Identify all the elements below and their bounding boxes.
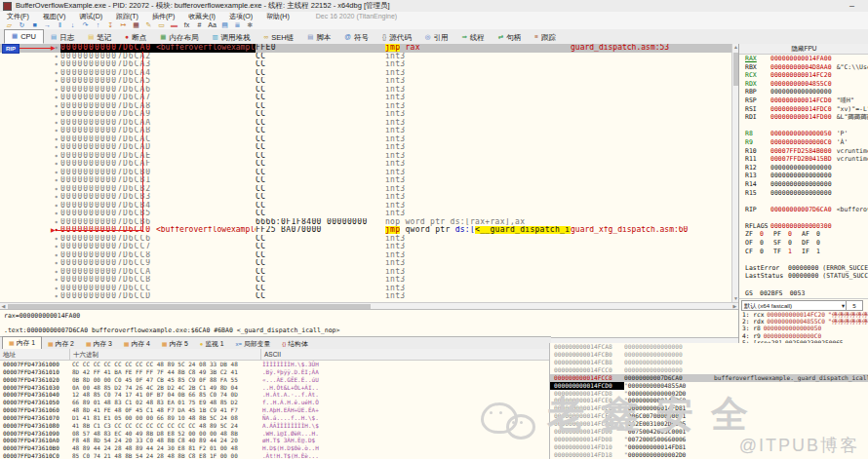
disasm-row[interactable]: ●00000000007D6CA8CCint3 [0, 102, 731, 111]
disasm-row[interactable]: ●00000000007D6CB4CCint3 [0, 202, 731, 210]
dump-row[interactable]: 00007FFD47361070D1 41 81 E1 05 00 00 00 … [0, 414, 549, 422]
dump-row[interactable]: 00007FFD47361000CC CC CC CC CC CC CC CC … [0, 361, 549, 368]
register-row[interactable]: RFLAGS0000000000000300 [739, 222, 868, 231]
disasm-row[interactable]: ●00000000007D6CC9CCint3 [0, 259, 731, 268]
tab-threads[interactable]: ⇒线程 [454, 31, 491, 44]
breakpoint-gutter[interactable]: ● [0, 251, 60, 260]
register-row[interactable]: RIP00000000007D6CA0<bufferoverf [739, 206, 868, 214]
breakpoint-gutter[interactable]: ● [0, 210, 60, 218]
stack-row[interactable]: 000000000014FCF0"006C007000000001 [550, 412, 868, 420]
dump-row[interactable]: 00007FFD4736108041 8B C1 C3 CC CC CC CC … [0, 422, 549, 430]
disasm-row[interactable]: ●00000000007D6CC8CCint3 [0, 251, 731, 260]
register-row[interactable]: R1100007FFD2B0415BDvcruntime140 [739, 155, 868, 164]
dump-row[interactable]: 00007FFD473610B048 89 44 24 28 48 89 44 … [0, 444, 549, 452]
stack-view-icon[interactable]: ≣ [231, 20, 244, 29]
register-row[interactable]: R140000000000000000 [739, 180, 868, 189]
execute-till-return-icon[interactable]: ↑ [92, 20, 104, 29]
open-file-icon[interactable]: ▱ [3, 20, 16, 29]
breakpoint-gutter[interactable]: ● [0, 127, 60, 135]
breakpoint-gutter[interactable]: ● [0, 160, 60, 169]
register-row[interactable]: CF0TF1IF1 [739, 248, 868, 256]
breakpoint-gutter[interactable]: ● [0, 176, 60, 185]
menu-item[interactable]: 选项(O) [222, 12, 259, 21]
breakpoint-gutter[interactable]: ● [0, 77, 60, 86]
breakpoint-gutter[interactable]: ● [0, 169, 60, 177]
argument-row[interactable]: 4: r900000000000000C0 [739, 332, 868, 339]
dump-row[interactable]: 00007FFD473610A0F8 48 8D 54 24 20 33 C0 … [0, 437, 549, 444]
register-row[interactable]: RBX00000000004D8AA0&"C:\\Users [739, 63, 868, 72]
dump-row[interactable]: 00007FFD473610C085 C0 74 21 48 8B 54 24 … [0, 452, 549, 459]
comment-icon[interactable]: ▭ [155, 20, 168, 29]
register-row[interactable]: R120000000000000000 [739, 164, 868, 172]
register-row[interactable]: RSI000000000014FDC0"xv)"=-L"反" [739, 105, 868, 114]
stop-icon[interactable]: ■ [28, 20, 41, 29]
stack-row[interactable]: 000000000014FCD0"00000000004855A0 [550, 382, 868, 390]
breakpoint-gutter[interactable]: ● [0, 193, 60, 202]
breakpoint-gutter[interactable]: ● [0, 185, 60, 194]
breakpoint-gutter[interactable]: ● [0, 110, 60, 119]
disasm-row[interactable]: ●00000000007D6CCACCint3 [0, 268, 731, 277]
register-row[interactable]: R900000000000000C0'À' [739, 138, 868, 147]
disasm-row[interactable]: ●00000000007D6CA2CCint3 [0, 53, 731, 61]
stack-row[interactable]: 000000000014FCC800000000007D6CA0bufferov… [550, 374, 868, 382]
breakpoint-gutter[interactable]: ● [0, 202, 60, 210]
disasm-row[interactable]: ●00000000007D6CB5CCint3 [0, 210, 731, 218]
step-over-icon[interactable]: ↷ [79, 20, 92, 29]
trace-over-icon[interactable]: ↦ [117, 20, 130, 29]
tab-seh-chain[interactable]: ∞SEH链 [257, 31, 301, 44]
assemble-icon[interactable]: fx [180, 20, 193, 29]
register-row[interactable]: RDI000000000014FD00&L"薅薅薅薅薅薅" [739, 113, 868, 122]
tab-source[interactable]: {}源代码 [375, 31, 418, 44]
dump-row[interactable]: 00007FFD4736105066 89 01 48 83 C1 02 48 … [0, 399, 549, 406]
stack-row[interactable]: 000000000014FD08"0072000500660006 [550, 436, 868, 443]
disasm-row[interactable]: ●00000000007D6CAECCint3 [0, 152, 731, 161]
menu-item[interactable]: 文件(F) [0, 12, 36, 21]
stack-row[interactable]: 000000000014FD10"000000000014FD81 [550, 443, 868, 451]
menu-item[interactable]: 收藏夹(I) [181, 12, 222, 21]
breakpoint-gutter[interactable]: ● [0, 292, 60, 301]
disasm-row[interactable]: ●00000000007D6CCBCCint3 [0, 276, 731, 285]
dump-tab-dump-1[interactable]: ▦内存 1 [2, 336, 42, 350]
disasm-row[interactable]: ●00000000007D6CB3CCint3 [0, 193, 731, 202]
disasm-row[interactable]: ●00000000007D6CACCCint3 [0, 135, 731, 144]
breakpoint-gutter[interactable]: ● [0, 276, 60, 285]
eraser-icon[interactable]: ▬ [168, 20, 180, 29]
run-icon[interactable]: → [41, 20, 54, 29]
register-row[interactable]: RBP0000000000000000 [739, 88, 868, 96]
register-row[interactable]: R80000000000000050'P' [739, 130, 868, 138]
breakpoint-gutter[interactable]: ● [0, 243, 60, 251]
disasm-row[interactable]: ●00000000007D6CB0CCint3 [0, 169, 731, 177]
disasm-row[interactable]: ●00000000007D6CAFCCint3 [0, 160, 731, 169]
hide-fpu-button[interactable]: 隐藏FPU [739, 44, 868, 55]
register-row[interactable]: ZF0PF0AF0 [739, 230, 868, 239]
disasm-row[interactable]: ●00000000007D6CA3CCint3 [0, 60, 731, 69]
register-row[interactable]: RAX000000000014FA00 [739, 55, 868, 63]
restart-icon[interactable]: ↻ [16, 20, 28, 29]
disasm-row[interactable]: ●00000000007D6CA4CCint3 [0, 69, 731, 78]
breakpoint-gutter[interactable]: ● [0, 285, 60, 293]
stack-row[interactable]: 000000000014FCE0"000000000014FD60 [550, 397, 868, 404]
breakpoint-gutter[interactable]: ● [0, 69, 60, 78]
stack-row[interactable]: 000000000014FD00"00750042005C0001 [550, 428, 868, 436]
breakpoint-gutter[interactable]: ● [0, 60, 60, 69]
breakpoint-gutter[interactable]: ● [0, 119, 60, 128]
register-row[interactable]: LastError00000000 (ERROR_SUCCESS) [739, 264, 868, 273]
register-row[interactable]: RSP000000000014FCD0"喠H" [739, 96, 868, 105]
disasm-row[interactable]: ●00000000007D6CA7CCint3 [0, 94, 731, 102]
disasm-row[interactable]: ●00000000007D6CC7CCint3 [0, 243, 731, 251]
argument-row[interactable]: 3: r80000000000000050 [739, 325, 868, 331]
calling-convention-select[interactable]: 默认 (x64 fastcall) ▾ [741, 300, 848, 311]
stack-row[interactable]: 000000000014FCA80000000000000000 [550, 343, 868, 351]
register-row[interactable]: RCX000000000014FC20 [739, 71, 868, 80]
breakpoint-gutter[interactable]: ● [0, 94, 60, 102]
menu-item[interactable]: 帮助(H) [259, 12, 296, 21]
menu-item[interactable]: 插件(P) [145, 12, 181, 21]
register-row[interactable]: R1000007FFD2584B000vcruntime140 [739, 147, 868, 156]
breakpoint-gutter[interactable]: ● [0, 86, 60, 95]
disasm-row[interactable]: ●00000000007D6CB1CCint3 [0, 176, 731, 185]
breakpoint-gutter[interactable]: ● [0, 218, 60, 227]
stack-row[interactable]: 000000000014FCB00000000000000000 [550, 351, 868, 359]
breakpoint-gutter[interactable]: ● [0, 143, 60, 152]
tab-call-stack[interactable]: ▥调用堆栈 [205, 31, 256, 44]
tab-memory-map[interactable]: ▦内存布局 [153, 31, 205, 44]
